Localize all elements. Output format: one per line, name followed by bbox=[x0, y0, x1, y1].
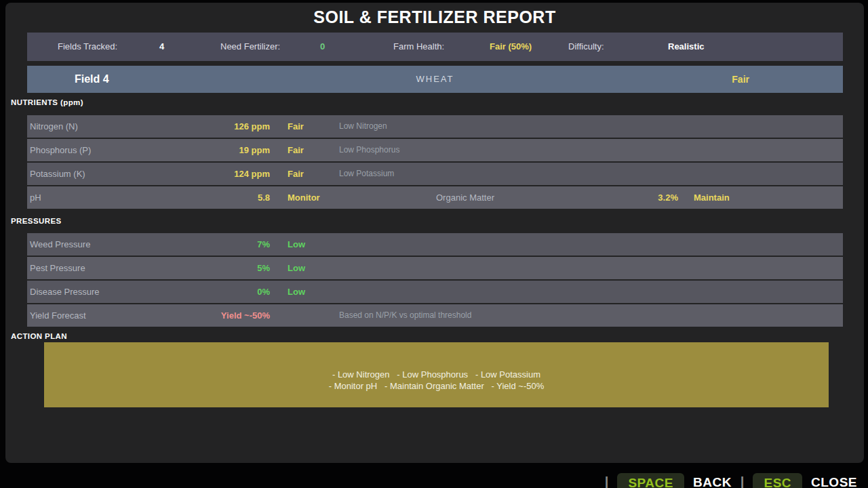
nutrient-note: Low Nitrogen bbox=[339, 115, 387, 138]
pressure-value: 0% bbox=[27, 281, 270, 303]
pressure-status: Low bbox=[288, 257, 305, 279]
close-button[interactable]: CLOSE bbox=[811, 473, 857, 488]
table-row-yield-forecast: Yield Forecast Yield ~-50% Based on N/P/… bbox=[27, 304, 843, 327]
organic-matter-label: Organic Matter bbox=[436, 186, 494, 209]
page-title: SOIL & FERTILIZER REPORT bbox=[5, 7, 864, 27]
nutrient-status: Fair bbox=[288, 115, 304, 138]
pressure-status: Low bbox=[288, 233, 305, 256]
yield-forecast-value: Yield ~-50% bbox=[27, 304, 270, 327]
table-row-weed-pressure: Weed Pressure 7% Low bbox=[27, 233, 843, 256]
fields-tracked-label: Fields Tracked: bbox=[58, 33, 117, 61]
nutrient-value: 19 ppm bbox=[27, 139, 270, 161]
nutrient-note: Low Potassium bbox=[339, 163, 394, 185]
action-plan-line-2: - Monitor pH - Maintain Organic Matter -… bbox=[44, 380, 829, 392]
farm-health-label: Farm Health: bbox=[393, 33, 444, 61]
nutrient-value: 124 ppm bbox=[27, 163, 270, 185]
pressures-table: Weed Pressure 7% Low Pest Pressure 5% Lo… bbox=[27, 233, 843, 328]
space-key-button[interactable]: SPACE bbox=[617, 473, 684, 488]
separator: | bbox=[605, 473, 609, 488]
field-crop-type: WHEAT bbox=[27, 66, 843, 93]
table-row-ph: pH 5.8 Monitor Organic Matter 3.2% Maint… bbox=[27, 186, 843, 209]
table-row-phosphorus: Phosphorus (P) 19 ppm Fair Low Phosphoru… bbox=[27, 139, 843, 161]
organic-matter-status: Maintain bbox=[694, 186, 730, 209]
difficulty-value: Realistic bbox=[668, 33, 704, 61]
yield-forecast-note: Based on N/P/K vs optimal threshold bbox=[339, 304, 471, 327]
report-panel: SOIL & FERTILIZER REPORT Fields Tracked:… bbox=[5, 3, 864, 463]
action-plan-box: - Low Nitrogen - Low Phosphorus - Low Po… bbox=[44, 342, 829, 407]
field-status-badge: Fair bbox=[732, 66, 749, 93]
pressures-section-label: PRESSURES bbox=[11, 217, 62, 225]
esc-key-button[interactable]: ESC bbox=[753, 473, 802, 488]
pressure-status: Low bbox=[288, 281, 305, 303]
table-row-potassium: Potassium (K) 124 ppm Fair Low Potassium bbox=[27, 163, 843, 185]
farm-health-value: Fair (50%) bbox=[490, 33, 532, 61]
table-row-nitrogen: Nitrogen (N) 126 ppm Fair Low Nitrogen bbox=[27, 115, 843, 138]
action-plan-line-1: - Low Nitrogen - Low Phosphorus - Low Po… bbox=[44, 369, 829, 380]
farm-stats-bar: Fields Tracked: 4 Need Fertilizer: 0 Far… bbox=[27, 33, 843, 61]
organic-matter-value: 3.2% bbox=[502, 186, 678, 209]
action-plan-section-label: ACTION PLAN bbox=[11, 332, 67, 340]
field-header-row: Field 4 WHEAT Fair bbox=[27, 66, 843, 93]
pressure-value: 7% bbox=[27, 233, 270, 256]
separator: | bbox=[741, 473, 745, 488]
table-row-pest-pressure: Pest Pressure 5% Low bbox=[27, 257, 843, 279]
table-row-disease-pressure: Disease Pressure 0% Low bbox=[27, 281, 843, 303]
nutrients-section-label: NUTRIENTS (ppm) bbox=[11, 98, 83, 106]
difficulty-label: Difficulty: bbox=[568, 33, 604, 61]
nutrient-status: Monitor bbox=[288, 186, 320, 209]
need-fertilizer-label: Need Fertilizer: bbox=[220, 33, 280, 61]
nutrients-table: Nitrogen (N) 126 ppm Fair Low Nitrogen P… bbox=[27, 115, 843, 210]
nutrient-status: Fair bbox=[288, 139, 304, 161]
fields-tracked-value: 4 bbox=[159, 33, 164, 61]
pressure-value: 5% bbox=[27, 257, 270, 279]
nutrient-value: 5.8 bbox=[27, 186, 270, 209]
nutrient-value: 126 ppm bbox=[27, 115, 270, 138]
need-fertilizer-value: 0 bbox=[320, 33, 325, 61]
footer-key-hints: | SPACE BACK | ESC CLOSE bbox=[605, 473, 857, 488]
nutrient-note: Low Phosphorus bbox=[339, 139, 399, 161]
back-button[interactable]: BACK bbox=[693, 473, 732, 488]
nutrient-status: Fair bbox=[288, 163, 304, 185]
